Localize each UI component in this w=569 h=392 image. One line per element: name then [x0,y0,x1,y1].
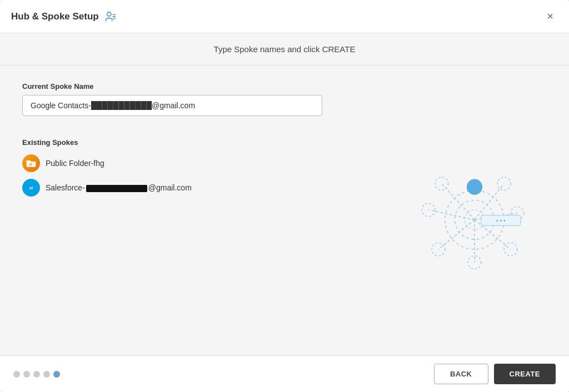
list-item: O Public Folder-fhg [22,154,380,172]
spoke-name-input[interactable] [22,95,322,116]
svg-text:sf: sf [29,186,33,190]
left-panel: Current Spoke Name Existing Spokes O [22,82,380,339]
modal-container: Hub & Spoke Setup × Type Spoke names and… [0,0,569,392]
svg-point-26 [497,177,511,190]
content-area: Current Spoke Name Existing Spokes O [0,66,569,355]
close-button[interactable]: × [542,8,558,25]
progress-dot-5 [53,371,60,378]
progress-dot-3 [33,371,40,378]
svg-rect-6 [27,160,31,162]
modal-footer: BACK CREATE [0,355,569,392]
header-left: Hub & Spoke Setup [11,11,117,23]
existing-spokes-label: Existing Spokes [22,138,380,147]
modal-header: Hub & Spoke Setup × [0,0,569,33]
svg-text:O: O [29,163,32,166]
list-item: sf Salesforce-@gmail.com [22,179,380,197]
hub-spoke-diagram: • • • [402,88,547,339]
svg-point-0 [107,12,111,16]
current-spoke-label: Current Spoke Name [22,82,380,91]
salesforce-redact [86,185,147,192]
svg-text:• • •: • • • [496,217,506,224]
progress-dot-4 [43,371,50,378]
progress-dot-2 [23,371,30,378]
user-list-icon [104,11,117,23]
salesforce-icon: sf [22,179,40,197]
footer-buttons: BACK CREATE [434,364,556,384]
salesforce-name: Salesforce-@gmail.com [46,183,192,192]
svg-point-20 [435,177,448,190]
modal-title: Hub & Spoke Setup [11,11,99,22]
create-button[interactable]: CREATE [494,364,556,384]
back-button[interactable]: BACK [434,364,488,384]
svg-point-27 [467,179,482,195]
progress-dot-1 [13,371,20,378]
svg-point-21 [422,203,435,217]
progress-dots [13,371,60,378]
instruction-text: Type Spoke names and click CREATE [0,33,569,66]
right-panel: • • • [402,82,547,339]
public-folder-name: Public Folder-fhg [46,159,104,168]
existing-spokes-section: Existing Spokes O Public Folder-fhg [22,138,380,197]
public-folder-icon: O [22,154,40,172]
modal-body: Type Spoke names and click CREATE Curren… [0,33,569,355]
